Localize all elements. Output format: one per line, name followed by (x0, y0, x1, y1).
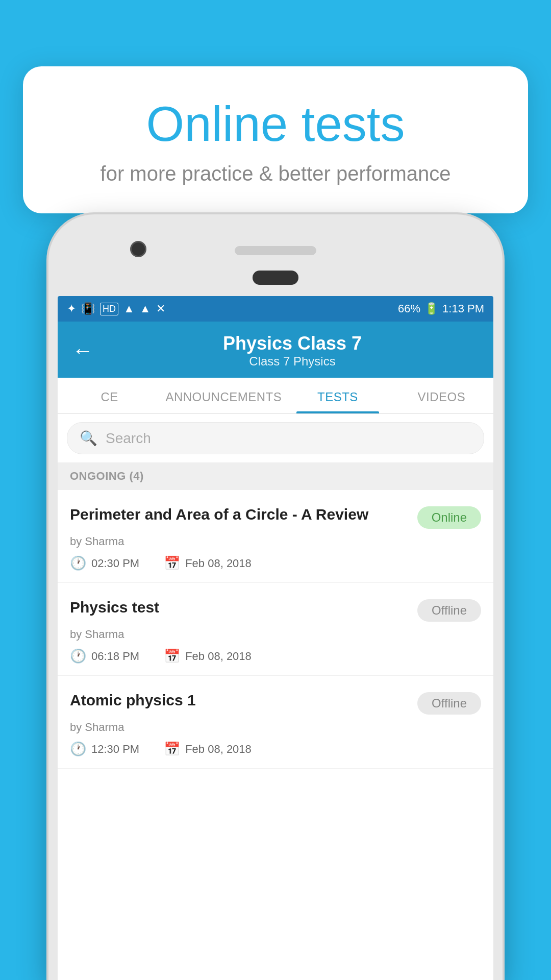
status-badge-1: Offline (417, 599, 481, 622)
calendar-icon-0: 📅 (164, 555, 180, 571)
test-item[interactable]: Perimeter and Area of a Circle - A Revie… (58, 490, 493, 583)
test-author-0: by Sharma (70, 535, 481, 548)
wifi-icon: ▲ (123, 302, 135, 315)
test-title-0: Perimeter and Area of a Circle - A Revie… (70, 504, 417, 524)
bubble-title: Online tests (64, 97, 487, 151)
phone-speaker (235, 246, 316, 255)
test-date-1: 📅 Feb 08, 2018 (164, 648, 252, 664)
section-header: ONGOING (4) (58, 462, 493, 490)
test-meta-0: 🕐 02:30 PM 📅 Feb 08, 2018 (70, 555, 481, 571)
status-badge-0: Online (417, 506, 481, 529)
status-bar: ✦ 📳 HD ▲ ▲ ✕ 66% 🔋 1:13 PM (58, 296, 493, 322)
tab-announcements[interactable]: ANNOUNCEMENTS (161, 378, 286, 413)
phone-frame: ✦ 📳 HD ▲ ▲ ✕ 66% 🔋 1:13 PM ← Physics Cla… (48, 214, 503, 980)
test-author-2: by Sharma (70, 721, 481, 734)
app-bar-subtitle: Class 7 Physics (106, 354, 479, 369)
phone-screen: ✦ 📳 HD ▲ ▲ ✕ 66% 🔋 1:13 PM ← Physics Cla… (58, 296, 493, 980)
test-date-0: 📅 Feb 08, 2018 (164, 555, 252, 571)
status-right-info: 66% 🔋 1:13 PM (398, 302, 484, 315)
tab-ce[interactable]: CE (58, 378, 161, 413)
test-author-1: by Sharma (70, 628, 481, 641)
app-bar-title: Physics Class 7 (106, 333, 479, 354)
app-bar-title-group: Physics Class 7 Class 7 Physics (106, 333, 479, 369)
calendar-icon-1: 📅 (164, 648, 180, 664)
calendar-icon-2: 📅 (164, 741, 180, 757)
search-icon: 🔍 (80, 430, 97, 447)
search-placeholder: Search (106, 430, 151, 447)
test-time-1: 🕐 06:18 PM (70, 648, 139, 664)
bubble-subtitle: for more practice & better performance (64, 162, 487, 185)
tab-tests[interactable]: TESTS (286, 378, 389, 413)
test-meta-2: 🕐 12:30 PM 📅 Feb 08, 2018 (70, 741, 481, 757)
test-title-2: Atomic physics 1 (70, 690, 417, 710)
test-time-2: 🕐 12:30 PM (70, 741, 139, 757)
battery-icon: 🔋 (424, 302, 438, 315)
clock-icon-1: 🕐 (70, 648, 86, 664)
signal-icon: ▲ (140, 302, 151, 315)
clock-icon-2: 🕐 (70, 741, 86, 757)
bluetooth-icon: ✦ (67, 302, 76, 315)
x-icon: ✕ (156, 302, 165, 315)
time-display: 1:13 PM (442, 302, 484, 315)
phone-home-sensor (253, 271, 298, 285)
battery-percent: 66% (398, 302, 420, 315)
test-date-2: 📅 Feb 08, 2018 (164, 741, 252, 757)
status-badge-2: Offline (417, 692, 481, 715)
back-button[interactable]: ← (72, 338, 93, 363)
status-left-icons: ✦ 📳 HD ▲ ▲ ✕ (67, 302, 165, 315)
vibrate-icon: 📳 (81, 302, 95, 315)
test-time-0: 🕐 02:30 PM (70, 555, 139, 571)
speech-bubble: Online tests for more practice & better … (23, 66, 528, 213)
clock-icon-0: 🕐 (70, 555, 86, 571)
test-meta-1: 🕐 06:18 PM 📅 Feb 08, 2018 (70, 648, 481, 664)
tab-videos[interactable]: VIDEOS (390, 378, 493, 413)
hd-icon: HD (100, 303, 118, 315)
tabs-bar: CE ANNOUNCEMENTS TESTS VIDEOS (58, 378, 493, 414)
app-bar: ← Physics Class 7 Class 7 Physics (58, 322, 493, 378)
test-item[interactable]: Physics test Offline by Sharma 🕐 06:18 P… (58, 583, 493, 676)
test-title-1: Physics test (70, 597, 417, 617)
search-bar-container: 🔍 Search (58, 414, 493, 462)
search-bar[interactable]: 🔍 Search (67, 422, 484, 454)
phone-camera (130, 241, 146, 257)
test-item[interactable]: Atomic physics 1 Offline by Sharma 🕐 12:… (58, 676, 493, 769)
